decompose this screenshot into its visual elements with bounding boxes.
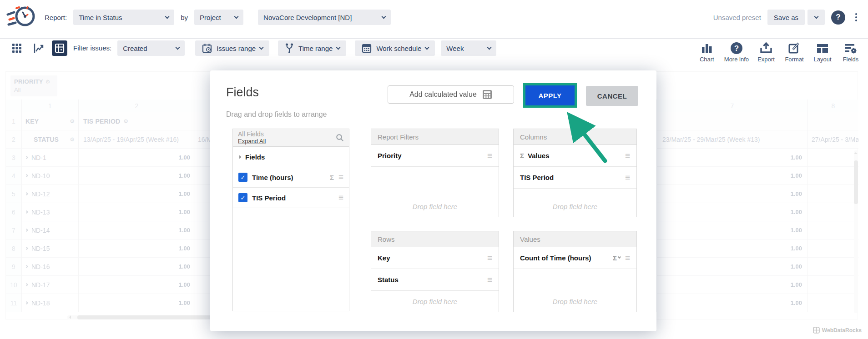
checkbox-checked[interactable]: ✓ bbox=[238, 173, 247, 182]
row-key[interactable]: ND-14 bbox=[22, 221, 79, 239]
expand-row-icon[interactable] bbox=[25, 210, 28, 214]
aggregation-selector[interactable]: Σ bbox=[613, 254, 621, 262]
chevron-down-icon bbox=[165, 14, 170, 19]
chevron-down-icon bbox=[336, 45, 341, 50]
value-cell: 1.00 bbox=[79, 239, 195, 258]
grid-view-button[interactable] bbox=[9, 40, 25, 56]
row-key[interactable]: ND-16 bbox=[22, 258, 79, 276]
expand-row-icon[interactable] bbox=[25, 174, 28, 177]
value-field-count-time-hours[interactable]: Count of Time (hours) Σ ≡ bbox=[514, 247, 636, 269]
value-cell: 1.00 bbox=[657, 239, 808, 258]
drop-zone[interactable]: Drop field here bbox=[371, 167, 499, 217]
expand-row-icon[interactable] bbox=[25, 156, 28, 159]
expand-row-icon[interactable] bbox=[25, 247, 28, 250]
field-item-time-hours[interactable]: ✓ Time (hours) Σ≡ bbox=[233, 167, 349, 188]
row-number: 11 bbox=[6, 294, 22, 312]
drop-zone[interactable]: Drop field here bbox=[514, 189, 636, 217]
value-cell: 1.00 bbox=[657, 294, 808, 312]
expand-row-icon[interactable] bbox=[25, 192, 28, 195]
value-cell: 1.00 bbox=[657, 258, 808, 276]
work-schedule-button[interactable]: Work schedule bbox=[355, 40, 435, 56]
row-key[interactable]: ND-18 bbox=[22, 294, 79, 312]
pivot-table-icon bbox=[55, 43, 65, 53]
expand-row-icon[interactable] bbox=[25, 265, 28, 268]
expand-row-icon[interactable] bbox=[25, 301, 28, 304]
drag-handle-icon[interactable]: ≡ bbox=[625, 151, 630, 161]
value-cell: 1.00 bbox=[79, 258, 195, 276]
export-action-button[interactable]: Export bbox=[755, 40, 777, 63]
project-select[interactable]: NovaCore Development [ND] bbox=[258, 10, 391, 25]
question-circle-icon: ? bbox=[730, 41, 743, 55]
gear-icon[interactable]: ⚙ bbox=[123, 119, 128, 124]
row-number: 8 bbox=[6, 239, 22, 258]
drag-handle-icon[interactable]: ≡ bbox=[338, 172, 343, 182]
time-range-button[interactable]: Time range bbox=[278, 40, 346, 56]
values-header: Values bbox=[514, 231, 636, 247]
all-fields-header: All Fields bbox=[238, 130, 330, 138]
save-as-dropdown-button[interactable] bbox=[807, 10, 825, 25]
drag-handle-icon[interactable]: ≡ bbox=[338, 193, 343, 203]
layout-action-button[interactable]: Layout bbox=[812, 40, 833, 63]
gear-icon[interactable]: ⚙ bbox=[70, 137, 75, 142]
edit-pencil-icon bbox=[787, 41, 801, 55]
format-action-button[interactable]: Format bbox=[783, 40, 805, 63]
vertical-scrollbar[interactable] bbox=[854, 150, 858, 313]
column-field-tis-period[interactable]: TIS Period ≡ bbox=[514, 167, 636, 189]
expand-row-icon[interactable] bbox=[25, 283, 28, 286]
row-field-status[interactable]: Status ≡ bbox=[371, 269, 499, 291]
pivot-view-button[interactable] bbox=[52, 40, 67, 56]
fields-action-button[interactable]: Fields bbox=[840, 40, 862, 63]
layout-icon bbox=[816, 41, 829, 55]
issues-range-button[interactable]: Issues range bbox=[195, 40, 269, 56]
field-item-tis-period[interactable]: ✓ TIS Period ≡ bbox=[233, 188, 349, 208]
dialog-subtitle: Drag and drop fields to arrange bbox=[226, 110, 327, 119]
more-menu-button[interactable] bbox=[852, 11, 861, 23]
expand-row-icon[interactable] bbox=[25, 229, 28, 232]
row-key[interactable]: ND-17 bbox=[22, 276, 79, 294]
row-number: 3 bbox=[6, 149, 22, 167]
add-calculated-value-button[interactable]: Add calculated value bbox=[388, 85, 514, 104]
filter-field-select[interactable]: Created bbox=[117, 40, 185, 56]
report-type-select[interactable]: Time in Status bbox=[73, 10, 174, 25]
save-as-button[interactable]: Save as bbox=[767, 10, 805, 25]
rows-header: Rows bbox=[371, 231, 499, 247]
priority-filter-tile[interactable]: PRIORITY⚙ All bbox=[10, 75, 57, 96]
value-cell: 1.00 bbox=[79, 167, 195, 185]
row-key[interactable]: ND-10 bbox=[22, 167, 79, 185]
value-cell: 1.00 bbox=[79, 276, 195, 294]
row-key[interactable]: ND-12 bbox=[22, 185, 79, 203]
expand-all-link[interactable]: Expand All bbox=[238, 138, 330, 145]
drag-handle-icon[interactable]: ≡ bbox=[487, 275, 492, 285]
checkbox-checked[interactable]: ✓ bbox=[238, 193, 247, 202]
gear-icon[interactable]: ⚙ bbox=[45, 79, 50, 85]
scrollbar-thumb[interactable] bbox=[854, 160, 858, 204]
search-fields-button[interactable] bbox=[330, 129, 349, 146]
cancel-button[interactable]: CANCEL bbox=[586, 86, 638, 106]
column-field-values[interactable]: Σ Values ≡ bbox=[514, 145, 636, 167]
row-key[interactable]: ND-13 bbox=[22, 203, 79, 221]
drag-handle-icon[interactable]: ≡ bbox=[625, 173, 630, 183]
drag-handle-icon[interactable]: ≡ bbox=[487, 253, 492, 263]
drop-zone[interactable]: Drop field here bbox=[371, 291, 499, 312]
row-key[interactable]: ND-15 bbox=[22, 239, 79, 258]
drag-handle-icon[interactable]: ≡ bbox=[487, 151, 492, 161]
more-info-action-button[interactable]: ? More info bbox=[724, 40, 749, 63]
apply-button[interactable]: APPLY bbox=[525, 85, 575, 105]
drop-zone[interactable]: Drop field here bbox=[514, 269, 636, 312]
row-field-key[interactable]: Key ≡ bbox=[371, 247, 499, 269]
drag-handle-icon[interactable]: ≡ bbox=[625, 253, 630, 263]
columns-header: Columns bbox=[514, 129, 636, 145]
sigma-icon: Σ bbox=[520, 152, 524, 160]
sigma-icon[interactable]: Σ bbox=[330, 174, 334, 181]
row-key[interactable]: ND-1 bbox=[22, 149, 79, 167]
fields-group-row[interactable]: Fields bbox=[233, 147, 349, 167]
group-by-select[interactable]: Project bbox=[194, 10, 243, 25]
chevron-down-icon bbox=[259, 45, 264, 50]
gear-icon[interactable]: ⚙ bbox=[70, 119, 75, 124]
calendar-icon bbox=[361, 43, 372, 54]
filter-field-priority[interactable]: Priority ≡ bbox=[371, 145, 499, 167]
period-select[interactable]: Week bbox=[441, 40, 496, 56]
chart-view-button[interactable] bbox=[30, 40, 46, 56]
chart-action-button[interactable]: Chart bbox=[696, 40, 718, 63]
help-button[interactable]: ? bbox=[831, 10, 845, 25]
